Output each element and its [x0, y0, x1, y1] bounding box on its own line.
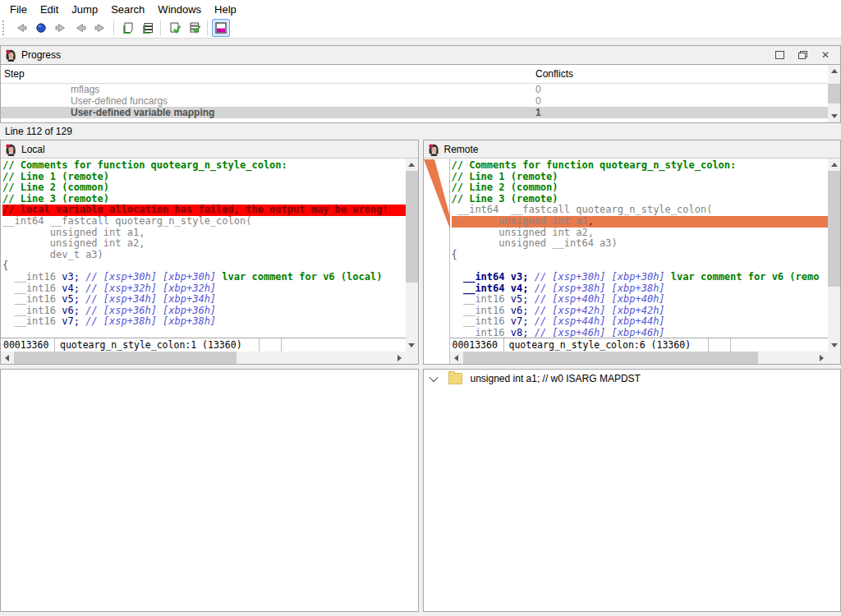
local-title: Local	[21, 144, 45, 155]
cell-conflicts: 0	[535, 95, 840, 107]
code-line[interactable]: __int16 v6; // [xsp+36h] [xbp+36h]	[2, 306, 406, 317]
code-line[interactable]: // Comments for function quotearg_n_styl…	[2, 160, 406, 172]
scroll-up-icon[interactable]	[828, 65, 840, 77]
doc-icon[interactable]	[118, 19, 136, 37]
code-line[interactable]: // Line 2 (common)	[2, 182, 406, 194]
progress-table: Step Conflicts mflags0User-defined funca…	[0, 65, 841, 123]
code-line[interactable]: {	[2, 260, 406, 272]
scroll-right-icon[interactable]	[816, 352, 828, 364]
local-vertical-scrollbar[interactable]	[406, 159, 418, 352]
code-line[interactable]: __int16 v8; // [xsp+46h] [xbp+46h]	[452, 328, 829, 338]
code-line[interactable]: unsigned __int64 a3)	[452, 238, 829, 250]
history-forward-icon[interactable]	[52, 19, 70, 37]
progress-titlebar: Progress ✕	[0, 45, 841, 65]
restore-button[interactable]	[791, 48, 814, 62]
cell-step: mflags	[1, 84, 535, 95]
status-extra-cell	[709, 338, 731, 352]
code-line[interactable]: // Line 1 (remote)	[452, 172, 829, 183]
code-line[interactable]: __int16 v5; // [xsp+40h] [xbp+40h]	[452, 294, 829, 306]
table-header[interactable]: Step Conflicts	[1, 65, 840, 84]
code-line[interactable]: // local variable allocation has failed,…	[2, 205, 406, 216]
progress-vertical-scrollbar[interactable]	[828, 65, 840, 122]
scroll-left-icon[interactable]	[1, 352, 13, 364]
scrollbar-thumb[interactable]	[406, 171, 418, 283]
code-line[interactable]: __int64 v4; // [xsp+38h] [xbp+38h]	[452, 283, 829, 295]
code-line[interactable]: unsigned int a1,	[452, 216, 829, 228]
table-row[interactable]: User-defined variable mapping1	[1, 107, 840, 118]
scroll-down-icon[interactable]	[828, 110, 840, 122]
code-line[interactable]: __int64 v3; // [xsp+30h] [xbp+30h] lvar …	[452, 272, 829, 283]
bottom-left-panel[interactable]	[0, 369, 419, 612]
cell-conflicts: 1	[535, 107, 840, 118]
maximize-button[interactable]	[768, 48, 791, 62]
code-line[interactable]: unsigned int a2,	[452, 228, 829, 239]
scrollbar-thumb[interactable]	[14, 352, 237, 364]
scroll-right-icon[interactable]	[393, 352, 406, 364]
history-back-icon[interactable]	[12, 19, 30, 37]
column-header-step[interactable]: Step	[1, 68, 535, 80]
scrollbar-thumb[interactable]	[828, 171, 840, 287]
scroll-down-icon[interactable]	[406, 339, 418, 352]
code-line[interactable]: __int64 __fastcall quotearg_n_style_colo…	[452, 205, 829, 216]
code-line[interactable]: __int16 v6; // [xsp+42h] [xbp+42h]	[452, 306, 829, 317]
code-line[interactable]: unsigned int a1,	[2, 228, 406, 239]
code-line[interactable]: // Line 1 (remote)	[2, 172, 406, 183]
chevron-down-icon[interactable]	[429, 373, 438, 382]
local-statusbar: 00013360 quotearg_n_style_colon:1 (13360…	[1, 338, 406, 352]
code-line[interactable]: __int64 __fastcall quotearg_n_style_colo…	[2, 216, 406, 228]
remote-pane: Remote // Comments for function quotearg…	[423, 140, 841, 365]
table-row[interactable]: User-defined funcargs0	[1, 95, 840, 107]
scroll-up-icon[interactable]	[406, 159, 418, 171]
code-line[interactable]: // Line 3 (remote)	[2, 194, 406, 205]
menu-item-search[interactable]: Search	[104, 1, 151, 18]
tree-item-label: unsigned int a1; // w0 ISARG MAPDST	[471, 373, 641, 384]
remote-titlebar: Remote	[424, 140, 841, 159]
menu-item-windows[interactable]: Windows	[151, 1, 208, 18]
table-row[interactable]: mflags0	[1, 84, 840, 95]
toolbar-separator	[113, 21, 114, 35]
menu-item-help[interactable]: Help	[208, 1, 243, 18]
code-line[interactable]: __int16 v3; // [xsp+30h] [xbp+30h] lvar …	[2, 272, 406, 283]
close-button[interactable]: ✕	[814, 48, 837, 62]
code-line[interactable]: __int16 v7; // [xsp+44h] [xbp+44h]	[452, 316, 829, 328]
cell-conflicts: 0	[535, 84, 840, 95]
code-line[interactable]: {	[452, 250, 829, 261]
code-line[interactable]: unsigned int a2,	[2, 238, 406, 250]
remote-code-view[interactable]: // Comments for function quotearg_n_styl…	[450, 159, 829, 338]
toolbar	[0, 18, 841, 39]
code-line[interactable]: dev_t a3)	[2, 250, 406, 261]
menu-item-edit[interactable]: Edit	[34, 1, 65, 18]
code-line[interactable]: // Comments for function quotearg_n_styl…	[452, 160, 829, 172]
column-header-conflicts[interactable]: Conflicts	[535, 68, 840, 80]
doc-list-icon[interactable]	[138, 19, 156, 37]
menu-item-jump[interactable]: Jump	[65, 1, 104, 18]
doc-list-check-icon[interactable]	[185, 19, 203, 37]
jump-back-icon[interactable]	[71, 19, 90, 37]
scroll-up-icon[interactable]	[828, 159, 840, 171]
scroll-left-icon[interactable]	[450, 352, 462, 364]
code-line[interactable]: // Line 2 (common)	[452, 182, 829, 194]
remote-horizontal-scrollbar[interactable]	[450, 352, 829, 364]
nav-marker-icon[interactable]	[32, 19, 50, 37]
code-line[interactable]: // Line 3 (remote)	[452, 194, 829, 205]
menu-item-file[interactable]: File	[3, 1, 34, 18]
merge-window-icon[interactable]	[212, 19, 230, 37]
app-icon	[4, 143, 17, 156]
code-line[interactable]: __int16 v5; // [xsp+34h] [xbp+34h]	[2, 294, 406, 306]
local-code-view[interactable]: // Comments for function quotearg_n_styl…	[1, 159, 406, 338]
location-cell: quotearg_n_style_colon:1 (13360)	[55, 338, 260, 352]
code-line[interactable]: __int16 v7; // [xsp+38h] [xbp+38h]	[2, 316, 406, 328]
lvar-mapping-item[interactable]: unsigned int a1; // w0 ISARG MAPDST	[424, 370, 841, 388]
scrollbar-thumb[interactable]	[463, 352, 758, 364]
remote-vertical-scrollbar[interactable]	[828, 159, 840, 352]
toolbar-grip[interactable]	[2, 21, 7, 35]
local-horizontal-scrollbar[interactable]	[1, 352, 406, 364]
scrollbar-thumb[interactable]	[828, 84, 840, 103]
scroll-down-icon[interactable]	[828, 339, 840, 352]
code-line[interactable]: __int16 v4; // [xsp+32h] [xbp+32h]	[2, 283, 406, 295]
doc-check-icon[interactable]	[165, 19, 183, 37]
jump-forward-icon[interactable]	[91, 19, 109, 37]
diff-connector-ribbon	[424, 159, 450, 338]
diff-connector-strip	[424, 159, 450, 364]
code-line[interactable]	[452, 260, 829, 272]
